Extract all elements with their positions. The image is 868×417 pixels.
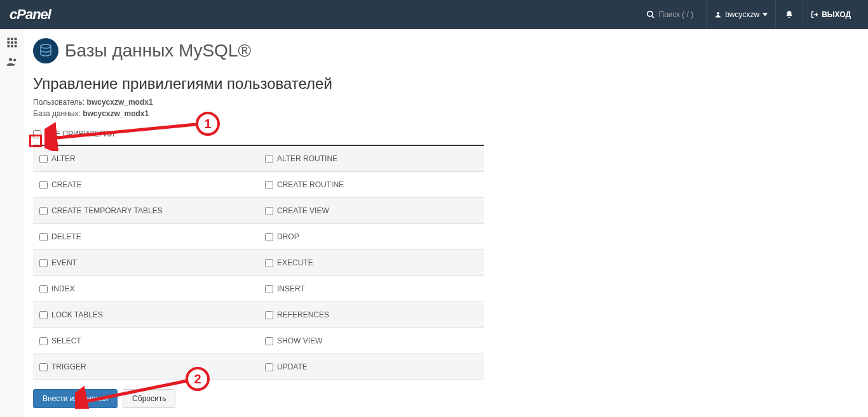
privilege-checkbox[interactable]: ALTER ROUTINE <box>265 154 478 163</box>
privilege-label: REFERENCES <box>277 310 329 319</box>
svg-rect-5 <box>15 38 17 41</box>
svg-rect-9 <box>8 45 10 48</box>
user-menu[interactable]: bwcycxzw <box>706 0 775 29</box>
main-content: Базы данных MySQL® Управление привилегия… <box>24 29 868 417</box>
privilege-row: SELECTSHOW VIEW <box>33 328 484 354</box>
svg-point-0 <box>647 11 652 17</box>
sidebar-apps-button[interactable] <box>0 33 24 52</box>
user-icon <box>714 11 722 18</box>
svg-point-12 <box>9 58 12 61</box>
svg-rect-10 <box>11 45 13 48</box>
annotation-marker-1: 1 <box>196 112 220 136</box>
svg-rect-6 <box>8 41 10 44</box>
database-icon <box>38 43 53 58</box>
logout-label: ВЫХОД <box>822 10 851 19</box>
svg-rect-4 <box>11 38 13 41</box>
privilege-input[interactable] <box>39 181 48 189</box>
privilege-input[interactable] <box>265 285 273 293</box>
privilege-checkbox[interactable]: EVENT <box>39 258 252 267</box>
svg-rect-7 <box>11 41 13 44</box>
privilege-checkbox[interactable]: CREATE VIEW <box>265 206 478 215</box>
privilege-row: INDEXINSERT <box>33 276 484 302</box>
privilege-label: ALTER <box>51 154 76 163</box>
privilege-label: INSERT <box>277 284 305 293</box>
sidebar-users-button[interactable] <box>0 52 24 71</box>
privilege-label: CREATE VIEW <box>277 206 329 215</box>
left-sidebar <box>0 29 24 417</box>
privilege-input[interactable] <box>39 311 48 319</box>
privilege-label: DELETE <box>51 232 81 241</box>
username-label: bwcycxzw <box>725 10 759 19</box>
privilege-input[interactable] <box>39 337 48 345</box>
privilege-input[interactable] <box>39 259 48 267</box>
privilege-label: DROP <box>277 232 299 241</box>
privilege-checkbox[interactable]: DROP <box>265 232 478 241</box>
logout-icon <box>811 11 818 18</box>
privilege-checkbox[interactable]: ALTER <box>39 154 252 163</box>
database-page-icon <box>33 38 58 63</box>
privilege-input[interactable] <box>39 285 48 293</box>
privilege-label: EVENT <box>51 258 77 267</box>
privilege-input[interactable] <box>265 155 273 163</box>
page-title: Базы данных MySQL® <box>65 41 251 61</box>
annotation-highlight-box <box>29 135 42 147</box>
privilege-checkbox[interactable]: DELETE <box>39 232 252 241</box>
privilege-input[interactable] <box>265 311 273 319</box>
privilege-row: DELETEDROP <box>33 224 484 250</box>
privilege-input[interactable] <box>265 363 273 371</box>
privilege-checkbox[interactable]: TRIGGER <box>39 362 252 371</box>
privilege-checkbox[interactable]: REFERENCES <box>265 310 478 319</box>
privilege-input[interactable] <box>39 207 48 215</box>
privilege-checkbox[interactable]: INDEX <box>39 284 252 293</box>
privilege-label: CREATE TEMPORARY TABLES <box>51 206 163 215</box>
bell-icon <box>785 10 794 19</box>
top-header: cPanel Поиск ( / ) bwcycxzw ВЫХОД <box>0 0 868 29</box>
svg-rect-8 <box>15 41 17 44</box>
privilege-input[interactable] <box>265 233 273 241</box>
privilege-label: TRIGGER <box>51 362 86 371</box>
svg-rect-11 <box>15 45 17 48</box>
svg-line-16 <box>81 381 187 402</box>
privilege-input[interactable] <box>265 259 273 267</box>
privilege-input[interactable] <box>39 155 48 163</box>
privilege-checkbox[interactable]: CREATE <box>39 180 252 189</box>
privilege-checkbox[interactable]: UPDATE <box>265 362 478 371</box>
svg-line-1 <box>651 16 654 18</box>
svg-point-13 <box>13 58 16 61</box>
privilege-checkbox[interactable]: INSERT <box>265 284 478 293</box>
annotation-arrow-1 <box>44 121 197 151</box>
db-label: База данных: <box>33 109 81 118</box>
privilege-label: UPDATE <box>277 362 308 371</box>
privilege-row: CREATE TEMPORARY TABLESCREATE VIEW <box>33 198 484 224</box>
user-label: Пользователь: <box>33 98 85 107</box>
header-search[interactable]: Поиск ( / ) <box>646 10 694 19</box>
svg-line-15 <box>51 124 196 138</box>
svg-point-14 <box>41 44 51 48</box>
privilege-row: LOCK TABLESREFERENCES <box>33 302 484 328</box>
privilege-input[interactable] <box>39 363 48 371</box>
users-icon <box>6 55 18 68</box>
logout-button[interactable]: ВЫХОД <box>803 0 858 29</box>
privilege-input[interactable] <box>265 337 273 345</box>
db-value: bwcycxzw_modx1 <box>83 109 149 118</box>
privilege-checkbox[interactable]: CREATE ROUTINE <box>265 180 478 189</box>
privilege-label: INDEX <box>51 284 75 293</box>
privilege-input[interactable] <box>265 207 273 215</box>
privilege-checkbox[interactable]: LOCK TABLES <box>39 310 252 319</box>
privilege-input[interactable] <box>265 181 273 189</box>
privilege-input[interactable] <box>39 233 48 241</box>
db-info-line: База данных: bwcycxzw_modx1 <box>33 109 855 118</box>
privilege-checkbox[interactable]: SHOW VIEW <box>265 336 478 345</box>
privilege-checkbox[interactable]: EXECUTE <box>265 258 478 267</box>
search-placeholder: Поиск ( / ) <box>659 10 694 19</box>
privilege-label: CREATE ROUTINE <box>277 180 344 189</box>
notifications-button[interactable] <box>775 0 803 29</box>
privilege-row: TRIGGERUPDATE <box>33 354 484 380</box>
privilege-checkbox[interactable]: CREATE TEMPORARY TABLES <box>39 206 252 215</box>
privilege-checkbox[interactable]: SELECT <box>39 336 252 345</box>
cpanel-logo: cPanel <box>10 6 51 23</box>
grid-icon <box>6 37 18 48</box>
svg-rect-3 <box>8 38 10 41</box>
privilege-row: EVENTEXECUTE <box>33 250 484 276</box>
user-info-line: Пользователь: bwcycxzw_modx1 <box>33 98 855 107</box>
